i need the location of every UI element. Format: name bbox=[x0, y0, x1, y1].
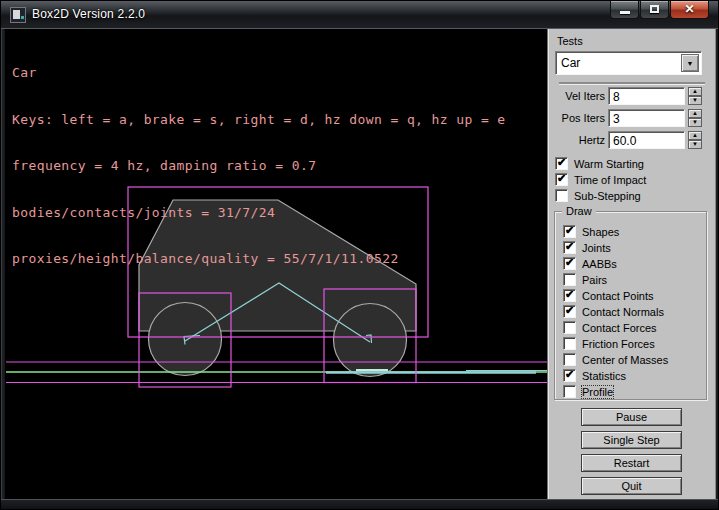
single-step-button[interactable]: Single Step bbox=[581, 431, 682, 449]
close-button[interactable]: ✕ bbox=[670, 1, 709, 19]
contact-points-label: Contact Points bbox=[582, 290, 654, 302]
pos-iters-field[interactable]: 3 bbox=[608, 109, 685, 127]
vel-iters-label: Vel Iters bbox=[548, 90, 605, 102]
sub-stepping-checkbox[interactable] bbox=[555, 189, 568, 202]
test-select-value: Car bbox=[561, 56, 580, 70]
control-panel: Tests Car ▼ Vel Iters 8 ▲ ▼ Pos Iters 3 … bbox=[547, 29, 716, 501]
friction-forces-checkbox[interactable] bbox=[563, 337, 576, 350]
app-window: Box2D Version 2.2.0 ✕ bbox=[0, 0, 719, 510]
quit-button[interactable]: Quit bbox=[581, 477, 682, 495]
hertz-stepper: ▲ ▼ bbox=[688, 131, 702, 149]
sub-stepping-label: Sub-Stepping bbox=[574, 190, 641, 202]
warm-starting-label: Warm Starting bbox=[574, 158, 644, 170]
spin-down-icon[interactable]: ▼ bbox=[688, 118, 702, 127]
spin-up-icon[interactable]: ▲ bbox=[688, 87, 702, 96]
profile-label: Profile bbox=[582, 386, 613, 398]
statistics-checkbox[interactable] bbox=[563, 369, 576, 382]
hertz-field[interactable]: 60.0 bbox=[608, 131, 685, 149]
proxies-stats-text: proxies/height/balance/quality = 55/7/1/… bbox=[12, 251, 506, 267]
draw-groupbox: Draw Shapes Joints AABBs Pairs Contact P… bbox=[554, 211, 707, 400]
hertz-value: 60.0 bbox=[613, 134, 636, 148]
frequency-text: frequency = 4 hz, damping ratio = 0.7 bbox=[12, 158, 506, 174]
window-title: Box2D Version 2.2.0 bbox=[32, 7, 145, 21]
pairs-label: Pairs bbox=[582, 274, 607, 286]
aabbs-label: AABBs bbox=[582, 258, 617, 270]
restart-button[interactable]: Restart bbox=[581, 454, 682, 472]
test-title-text: Car bbox=[12, 65, 506, 81]
separator bbox=[559, 82, 705, 84]
warm-starting-checkbox[interactable] bbox=[555, 157, 568, 170]
pause-button[interactable]: Pause bbox=[581, 408, 682, 426]
aabbs-checkbox[interactable] bbox=[563, 257, 576, 270]
car-rear-wheel bbox=[149, 303, 222, 376]
joints-label: Joints bbox=[582, 242, 611, 254]
contact-points-checkbox[interactable] bbox=[563, 289, 576, 302]
tests-label: Tests bbox=[557, 35, 583, 47]
draw-group-label: Draw bbox=[562, 205, 596, 217]
minimize-button[interactable] bbox=[610, 1, 639, 19]
spin-down-icon[interactable]: ▼ bbox=[688, 140, 702, 149]
window-frame-bottom bbox=[1, 499, 718, 509]
joints-checkbox[interactable] bbox=[563, 241, 576, 254]
time-of-impact-checkbox[interactable] bbox=[555, 173, 568, 186]
car-front-wheel bbox=[334, 304, 407, 377]
shapes-checkbox[interactable] bbox=[563, 225, 576, 238]
minimize-icon bbox=[620, 11, 630, 14]
contact-normals-checkbox[interactable] bbox=[563, 305, 576, 318]
simulation-canvas[interactable]: Car Keys: left = a, brake = s, right = d… bbox=[5, 29, 547, 501]
titlebar[interactable]: Box2D Version 2.2.0 ✕ bbox=[1, 1, 718, 29]
close-icon: ✕ bbox=[671, 2, 708, 16]
center-of-masses-label: Center of Masses bbox=[582, 354, 668, 366]
pos-iters-value: 3 bbox=[613, 112, 620, 126]
spin-down-icon[interactable]: ▼ bbox=[688, 96, 702, 105]
vel-iters-field[interactable]: 8 bbox=[608, 87, 685, 105]
vel-iters-value: 8 bbox=[613, 90, 620, 104]
vel-iters-stepper: ▲ ▼ bbox=[688, 87, 702, 105]
restore-button[interactable] bbox=[640, 1, 669, 19]
shapes-label: Shapes bbox=[582, 226, 619, 238]
spin-up-icon[interactable]: ▲ bbox=[688, 131, 702, 140]
pos-iters-label: Pos Iters bbox=[548, 112, 605, 124]
spin-up-icon[interactable]: ▲ bbox=[688, 109, 702, 118]
pos-iters-stepper: ▲ ▼ bbox=[688, 109, 702, 127]
bodies-stats-text: bodies/contacts/joints = 31/7/24 bbox=[12, 205, 506, 221]
center-of-masses-checkbox[interactable] bbox=[563, 353, 576, 366]
test-select-dropdown[interactable]: Car ▼ bbox=[555, 51, 702, 75]
contact-forces-checkbox[interactable] bbox=[563, 321, 576, 334]
restore-icon bbox=[650, 5, 659, 13]
hertz-label: Hertz bbox=[548, 134, 605, 146]
app-icon bbox=[10, 7, 26, 23]
keys-help-text: Keys: left = a, brake = s, right = d, hz… bbox=[12, 112, 506, 128]
contact-normals-label: Contact Normals bbox=[582, 306, 664, 318]
pairs-checkbox[interactable] bbox=[563, 273, 576, 286]
contact-forces-label: Contact Forces bbox=[582, 322, 657, 334]
window-controls: ✕ bbox=[609, 1, 709, 19]
statistics-label: Statistics bbox=[582, 370, 626, 382]
stats-overlay: Car Keys: left = a, brake = s, right = d… bbox=[12, 34, 506, 298]
friction-forces-label: Friction Forces bbox=[582, 338, 655, 350]
chevron-down-icon[interactable]: ▼ bbox=[681, 54, 699, 72]
profile-checkbox[interactable] bbox=[563, 385, 576, 398]
time-of-impact-label: Time of Impact bbox=[574, 174, 646, 186]
